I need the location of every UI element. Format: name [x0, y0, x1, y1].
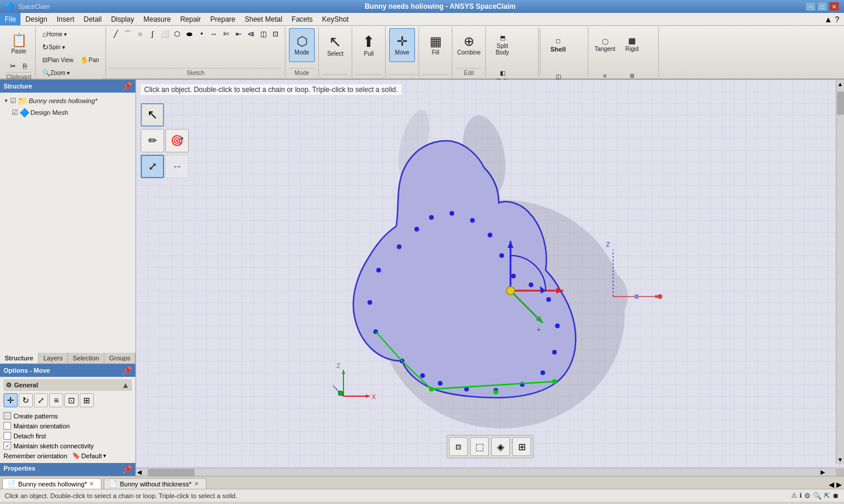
- menu-sheet-metal[interactable]: Sheet Metal: [240, 13, 287, 25]
- rigid-button[interactable]: ⬛ Rigid: [619, 28, 645, 62]
- tab-bunny-hollowing[interactable]: 📄 Bunny needs hollowing* ✕: [2, 478, 101, 489]
- opt-tool-scale[interactable]: ⤢: [34, 393, 48, 407]
- tab-scroll-left-button[interactable]: ◀: [829, 481, 834, 489]
- sketch-tool-7[interactable]: ⬬: [183, 28, 195, 40]
- section-collapse-icon[interactable]: ▲: [121, 380, 130, 390]
- tree-check-icon[interactable]: ☑: [10, 97, 16, 105]
- view-wireframe-button[interactable]: ⬚: [470, 437, 489, 456]
- pan-button[interactable]: ✋ Pan: [77, 54, 102, 66]
- tree-root-item[interactable]: ▼ ☑ 📁 Bunny needs hollowing*: [2, 95, 133, 107]
- scroll-down-button[interactable]: ▼: [836, 457, 844, 463]
- sketch-tool-8[interactable]: •: [196, 28, 207, 40]
- tab-structure[interactable]: Structure: [0, 353, 39, 363]
- statusbar-expand-button[interactable]: ⇱: [824, 492, 830, 500]
- properties-pin[interactable]: 📌: [122, 465, 132, 474]
- create-patterns-checkbox[interactable]: [4, 412, 11, 420]
- statusbar-record-button[interactable]: ⏺: [832, 492, 839, 500]
- opt-tool-pattern[interactable]: ⊞: [80, 393, 94, 407]
- view-perspective-button[interactable]: ◈: [491, 437, 510, 456]
- menu-keyshot[interactable]: KeyShot: [318, 13, 353, 25]
- menu-repair[interactable]: Repair: [175, 13, 205, 25]
- detach-first-checkbox[interactable]: [4, 432, 11, 440]
- menu-facets[interactable]: Facets: [287, 13, 318, 25]
- sketch-tool-9[interactable]: ↔: [208, 28, 220, 40]
- sketch-tool-3[interactable]: ○: [134, 28, 146, 40]
- scroll-left-button[interactable]: ◀: [137, 468, 142, 476]
- zoom-button[interactable]: 🔍 Zoom ▾: [39, 67, 73, 79]
- opt-tool-move[interactable]: ✛: [4, 393, 18, 407]
- minimize-button[interactable]: ─: [805, 2, 816, 11]
- tangent-button[interactable]: ◯ Tangent: [592, 28, 618, 62]
- tab-close-1[interactable]: ✕: [89, 481, 94, 487]
- menu-display[interactable]: Display: [106, 13, 138, 25]
- viewport-scrollbar-right[interactable]: ▲ ▼: [836, 80, 844, 464]
- tab-close-2[interactable]: ✕: [194, 481, 199, 487]
- menu-insert[interactable]: Insert: [52, 13, 79, 25]
- default-dropdown[interactable]: 🔖 Default ▾: [72, 452, 106, 459]
- sketch-tool-6[interactable]: ⬡: [171, 28, 183, 40]
- opt-tool-align[interactable]: ≡: [49, 393, 63, 407]
- sketch-tool-1[interactable]: ╱: [110, 28, 121, 40]
- help-icon[interactable]: ?: [835, 15, 839, 24]
- tab-layers[interactable]: Layers: [39, 353, 68, 363]
- close-button[interactable]: ✕: [829, 2, 839, 11]
- tab-groups[interactable]: Groups: [104, 353, 135, 363]
- statusbar-settings-button[interactable]: ⚙: [804, 492, 811, 500]
- tree-child-item[interactable]: ☑ 🔷 Design Mesh: [2, 107, 133, 118]
- plan-view-button[interactable]: ⊟ Plan View: [39, 54, 76, 66]
- maintain-orientation-checkbox[interactable]: [4, 422, 11, 430]
- viewport[interactable]: Click an object. Double-click to select …: [136, 80, 844, 476]
- move-tool-active-button[interactable]: ⤢: [141, 155, 164, 178]
- tab-scroll-right-button[interactable]: ▶: [836, 481, 842, 489]
- pencil-tool-button[interactable]: ✏: [141, 129, 164, 152]
- tree-expand-icon[interactable]: ▼: [4, 98, 9, 104]
- tab-selection[interactable]: Selection: [68, 353, 104, 363]
- viewport-scrollbar-bottom[interactable]: ◀ ▶: [136, 468, 836, 476]
- sketch-tool-4[interactable]: ∫: [147, 28, 158, 40]
- menu-prepare[interactable]: Prepare: [206, 13, 240, 25]
- select-button[interactable]: ↖ Select: [322, 28, 348, 62]
- maintain-sketch-checkbox[interactable]: [4, 442, 11, 449]
- structure-pin[interactable]: 📌: [122, 81, 132, 91]
- mode-button[interactable]: ⬡ Mode: [289, 28, 315, 62]
- sketch-tool-10[interactable]: ✄: [220, 28, 232, 40]
- view-grid-button[interactable]: ⊞: [512, 437, 531, 456]
- shell-button[interactable]: ◻ Shell: [545, 28, 571, 62]
- stamp-tool-button[interactable]: 🎯: [165, 129, 189, 152]
- menu-design[interactable]: Design: [21, 13, 52, 25]
- sketch-tool-12[interactable]: ⧏: [245, 28, 257, 40]
- home-button[interactable]: ⌂ Home ▾: [39, 28, 70, 40]
- maximize-button[interactable]: □: [817, 2, 828, 11]
- sketch-tool-2[interactable]: ⌒: [122, 28, 134, 40]
- tree-child-check-icon[interactable]: ☑: [12, 108, 18, 117]
- sketch-tool-14[interactable]: ⊡: [270, 28, 281, 40]
- spin-button[interactable]: ↻ Spin ▾: [39, 41, 68, 53]
- help-expand-icon[interactable]: ▲: [824, 15, 832, 24]
- general-section-header[interactable]: ⚙ General ▲: [4, 379, 132, 391]
- menu-detail[interactable]: Detail: [79, 13, 107, 25]
- view-cube-button[interactable]: ⧈: [449, 437, 468, 456]
- sketch-tool-5[interactable]: ⬜: [159, 28, 171, 40]
- opt-tool-rotate[interactable]: ↻: [19, 393, 33, 407]
- pull-button[interactable]: ⬆ Pull: [356, 28, 382, 62]
- split-body-button[interactable]: ⬒ Split Body: [489, 28, 515, 62]
- scroll-up-button[interactable]: ▲: [836, 81, 844, 87]
- sketch-tool-11[interactable]: ⇤: [233, 28, 244, 40]
- scroll-right-button[interactable]: ▶: [821, 468, 825, 476]
- cursor-tool-button[interactable]: ↖: [141, 103, 164, 127]
- opt-tool-snap[interactable]: ⊡: [64, 393, 79, 407]
- move-button[interactable]: ✛ Move: [389, 28, 415, 62]
- sketch-tool-13[interactable]: ◫: [257, 28, 269, 40]
- paste-button[interactable]: 📋 Paste: [6, 28, 32, 60]
- menu-file[interactable]: File: [0, 13, 21, 25]
- cut-button[interactable]: ✂: [7, 60, 19, 72]
- copy-button[interactable]: ⎘: [19, 60, 31, 72]
- window-controls[interactable]: ─ □ ✕: [805, 2, 839, 11]
- options-pin[interactable]: 📌: [122, 366, 132, 375]
- menu-measure[interactable]: Measure: [139, 13, 176, 25]
- statusbar-search-button[interactable]: 🔍: [813, 492, 822, 500]
- tab-bunny-thickness[interactable]: 📄 Bunny without thickness* ✕: [104, 478, 206, 489]
- move-tool-alt-button[interactable]: ↔: [165, 155, 189, 178]
- fill-button[interactable]: ▦ Fill: [423, 28, 448, 62]
- combine-button[interactable]: ⊕ Combine: [456, 28, 482, 62]
